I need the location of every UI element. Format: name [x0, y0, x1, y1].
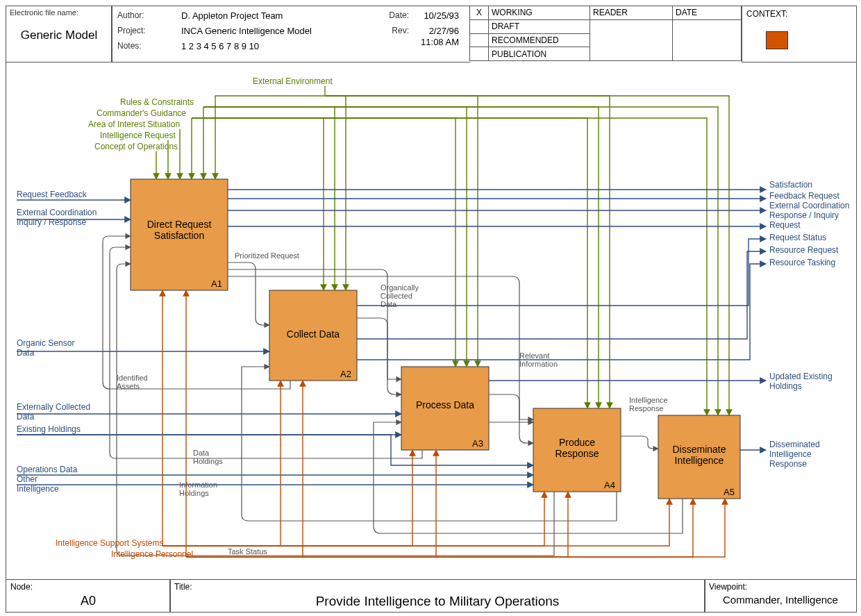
- lbl-orgcoll: OrganicallyCollectedData: [381, 283, 419, 308]
- footer-block: Node: A0 Title: Provide Intelligence to …: [6, 579, 855, 611]
- mech-iss: Intelligence Support Systems: [56, 538, 163, 548]
- gray-labels: Prioritized Request OrganicallyCollected…: [117, 251, 668, 556]
- ro-resreq: Resource Request: [769, 245, 839, 255]
- ro-request: Request: [769, 220, 801, 230]
- a2-title: Collect Data: [287, 328, 340, 340]
- rev-time: 11:08 AM: [421, 37, 459, 47]
- notes-label: Notes:: [117, 41, 142, 51]
- left-input-labels: Request Feedback External CoordinationIn…: [17, 190, 97, 494]
- lbl-prioritized: Prioritized Request: [235, 251, 299, 260]
- lbl-intelresp: IntelligenceResponse: [629, 396, 668, 413]
- ro-fbreq: Feedback Request: [769, 191, 839, 201]
- viewpoint-value: Commander, Intelligence: [705, 594, 856, 606]
- viewpoint-label: Viewpoint:: [705, 580, 856, 594]
- status-draft: DRAFT: [489, 19, 590, 33]
- li-extcoord: External CoordinationInquiry / Response: [17, 208, 97, 227]
- li-reqfb: Request Feedback: [17, 190, 87, 199]
- control-labels: External Environment Rules & Constraints…: [88, 76, 333, 151]
- status-publication: PUBLICATION: [489, 47, 590, 61]
- filename-value: Generic Model: [6, 28, 112, 42]
- li-opsdata: Operations Data: [17, 465, 78, 474]
- ctl-intelreq: Intelligence Request: [100, 131, 176, 140]
- project-value: INCA Generic Intelligence Model: [181, 26, 312, 36]
- title-cell: Title: Provide Intelligence to Military …: [169, 579, 705, 613]
- ctl-extenv: External Environment: [253, 76, 333, 86]
- lbl-infohold: InformationHoldings: [179, 481, 217, 497]
- ro-updated: Updated ExistingHoldings: [769, 372, 833, 391]
- a3-title: Process Data: [416, 399, 474, 410]
- ctl-rules: Rules & Constraints: [120, 97, 194, 107]
- node-cell: Node: A0: [6, 579, 171, 613]
- mechanism-labels: Intelligence Support Systems Intelligenc…: [56, 538, 193, 559]
- a4-id: A4: [604, 480, 615, 490]
- header-block: Electronic file name: Generic Model Auth…: [6, 6, 855, 61]
- author-label: Author:: [117, 10, 144, 20]
- filename-cell: Electronic file name: Generic Model: [6, 6, 112, 63]
- date-value: 10/25/93: [424, 10, 459, 21]
- box-a5: DisseminateIntelligence A5: [658, 415, 740, 499]
- ctl-aoi: Area of Interest Situation: [88, 119, 180, 129]
- ro-dissem: DisseminatedIntelligenceResponse: [769, 440, 820, 469]
- ro-restask: Resource Tasking: [769, 258, 835, 267]
- status-working: WORKING: [489, 6, 590, 20]
- lbl-taskstatus: Task Status: [228, 547, 267, 556]
- right-output-labels: Satisfaction Feedback Request External C…: [769, 180, 849, 469]
- x-col: X: [470, 6, 489, 20]
- lbl-identified: IdentifiedAssets: [117, 374, 148, 390]
- node-label: Node:: [6, 580, 170, 594]
- mech-ip: Intelligence Personnel: [111, 549, 193, 559]
- a1-title: Direct RequestSatisfaction: [147, 219, 212, 241]
- idef0-diagram: Electronic file name: Generic Model Auth…: [0, 0, 861, 616]
- li-extcoll: Externally CollectedData: [17, 402, 90, 422]
- a4-title: ProduceResponse: [555, 437, 599, 459]
- filename-label: Electronic file name:: [6, 6, 112, 19]
- a3-id: A3: [472, 438, 483, 449]
- li-orgsensor: Organic SensorData: [17, 338, 74, 358]
- notes-value: 1 2 3 4 5 6 7 8 9 10: [181, 41, 259, 51]
- reader-label: READER: [590, 6, 673, 20]
- author-value: D. Appleton Project Team: [181, 10, 283, 21]
- viewpoint-cell: Viewpoint: Commander, Intelligence: [704, 579, 857, 613]
- diagram-svg: Direct RequestSatisfaction A1 Collect Da…: [6, 61, 855, 579]
- ro-reqstatus: Request Status: [769, 233, 826, 242]
- ro-extcoord: External CoordinationResponse / Inquiry: [769, 201, 849, 220]
- context-label: CONTEXT:: [742, 6, 856, 22]
- ctl-conops: Concept of Operations: [94, 142, 178, 151]
- box-a3: Process Data A3: [401, 367, 489, 450]
- context-cell: CONTEXT:: [742, 6, 857, 63]
- a1-id: A1: [211, 278, 222, 289]
- li-existing: Existing Holdings: [17, 424, 81, 434]
- title-label: Title:: [170, 580, 705, 594]
- date-label: Date:: [389, 10, 409, 20]
- a5-title: DisseminateIntelligence: [672, 444, 726, 466]
- a2-id: A2: [340, 369, 351, 379]
- li-otherintel: OtherIntelligence: [17, 474, 59, 494]
- node-value: A0: [6, 594, 170, 608]
- rev-value: 2/27/96: [429, 26, 459, 36]
- box-a1: Direct RequestSatisfaction A1: [131, 179, 228, 290]
- rev-label: Rev:: [392, 26, 409, 35]
- control-arrows: [156, 86, 729, 415]
- box-a2: Collect Data A2: [269, 290, 357, 381]
- context-swatch: [766, 31, 788, 49]
- ro-sat: Satisfaction: [769, 180, 812, 190]
- title-value: Provide Intelligence to Military Operati…: [170, 594, 705, 609]
- status-cell: XWORKINGREADERDATE DRAFT RECOMMENDED PUB…: [469, 6, 742, 61]
- box-a4: ProduceResponse A4: [533, 408, 621, 492]
- project-label: Project:: [117, 26, 146, 35]
- status-recommended: RECOMMENDED: [489, 33, 590, 47]
- date-col: DATE: [673, 6, 742, 20]
- ctl-cmd: Commander's Guidance: [97, 108, 186, 118]
- meta-cell: Author: D. Appleton Project Team Project…: [111, 6, 470, 63]
- lbl-datahold: DataHoldings: [193, 449, 223, 465]
- a5-id: A5: [724, 487, 735, 497]
